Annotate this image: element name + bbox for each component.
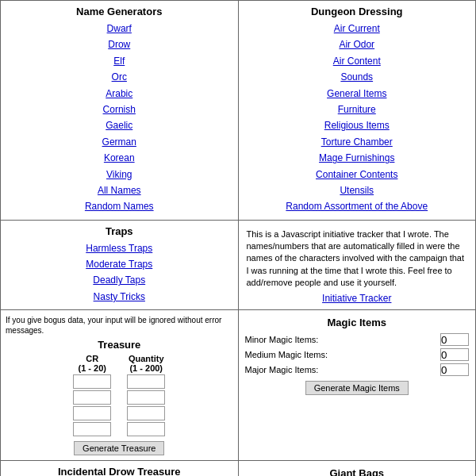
trap-link[interactable]: Nasty Tricks xyxy=(94,291,145,302)
dungeon-link[interactable]: Container Contents xyxy=(316,169,397,180)
magic-items-header: Magic Items xyxy=(245,317,470,328)
incidental-drow-header: Incidental Drow Treasure xyxy=(6,466,233,476)
name-gen-link[interactable]: Korean xyxy=(104,152,135,163)
name-gen-link[interactable]: Viking xyxy=(106,169,132,180)
treasure-note: If you give bogus data, your input will … xyxy=(4,313,235,339)
trap-link[interactable]: Harmless Traps xyxy=(86,243,152,254)
name-gen-link[interactable]: Arabic xyxy=(106,88,132,99)
qty-input-4[interactable] xyxy=(127,422,165,436)
dungeon-link[interactable]: Religious Items xyxy=(324,120,390,131)
dungeon-link[interactable]: Air Current xyxy=(334,23,380,34)
cr-input-1[interactable] xyxy=(73,374,111,389)
dungeon-link[interactable]: Random Assortment of the Above xyxy=(286,201,428,212)
medium-magic-input[interactable] xyxy=(440,348,469,361)
dungeon-dressing-list: Air CurrentAir OdorAir ContentSoundsGene… xyxy=(244,21,471,215)
initiative-tracker-link[interactable]: Initiative Tracker xyxy=(322,293,391,304)
cr-input-3[interactable] xyxy=(73,406,111,420)
trap-link[interactable]: Deadly Taps xyxy=(93,274,145,286)
qty-input-2[interactable] xyxy=(127,390,165,405)
giant-bags-header: Giant Bags xyxy=(245,467,470,476)
name-gen-link[interactable]: Elf xyxy=(113,56,125,67)
name-generators-list: DwarfDrowElfOrcArabicCornishGaelicGerman… xyxy=(6,21,233,215)
dungeon-link[interactable]: General Items xyxy=(327,88,386,99)
dungeon-link[interactable]: Air Odor xyxy=(339,39,374,50)
dungeon-link[interactable]: Air Content xyxy=(333,56,381,67)
dungeon-link[interactable]: Torture Chamber xyxy=(321,136,393,148)
treasure-header: Treasure xyxy=(4,339,235,351)
name-gen-link[interactable]: Random Names xyxy=(85,201,154,212)
medium-magic-label: Medium Magic Items: xyxy=(245,350,328,359)
minor-magic-label: Minor Magic Items: xyxy=(245,335,319,344)
dungeon-link[interactable]: Mage Furnishings xyxy=(319,152,394,163)
traps-list: Harmless TrapsModerate TrapsDeadly TapsN… xyxy=(6,240,233,305)
trap-link[interactable]: Moderate Traps xyxy=(86,259,152,270)
name-generators-header: Name Generators xyxy=(6,6,233,17)
traps-header: Traps xyxy=(6,225,233,237)
qty-input-3[interactable] xyxy=(127,406,165,420)
dungeon-link[interactable]: Utensils xyxy=(340,185,374,196)
qty-header: Quantity(1 - 200) xyxy=(127,354,165,373)
dungeon-link[interactable]: Furniture xyxy=(338,104,376,115)
name-gen-link[interactable]: German xyxy=(102,136,136,148)
generate-treasure-button[interactable]: Generate Treasure xyxy=(74,441,164,455)
dungeon-dressing-header: Dungeon Dressing xyxy=(244,6,471,17)
name-gen-link[interactable]: Gaelic xyxy=(106,120,132,131)
qty-input-1[interactable] xyxy=(127,374,165,389)
generate-magic-items-button[interactable]: Generate Magic Items xyxy=(305,381,409,395)
name-gen-link[interactable]: Drow xyxy=(108,39,130,50)
cr-input-4[interactable] xyxy=(73,422,111,436)
initiative-description: This is a Javascript initiative tracker … xyxy=(244,225,471,293)
name-gen-link[interactable]: Dwarf xyxy=(107,23,132,34)
minor-magic-input[interactable] xyxy=(440,333,469,346)
major-magic-input[interactable] xyxy=(440,363,469,376)
name-gen-link[interactable]: Orc xyxy=(112,71,127,83)
major-magic-label: Major Magic Items: xyxy=(245,365,319,374)
name-gen-link[interactable]: All Names xyxy=(98,185,141,196)
cr-header: CR(1 - 20) xyxy=(73,354,111,373)
name-gen-link[interactable]: Cornish xyxy=(103,104,136,115)
dungeon-link[interactable]: Sounds xyxy=(340,71,373,83)
cr-input-2[interactable] xyxy=(73,390,111,405)
